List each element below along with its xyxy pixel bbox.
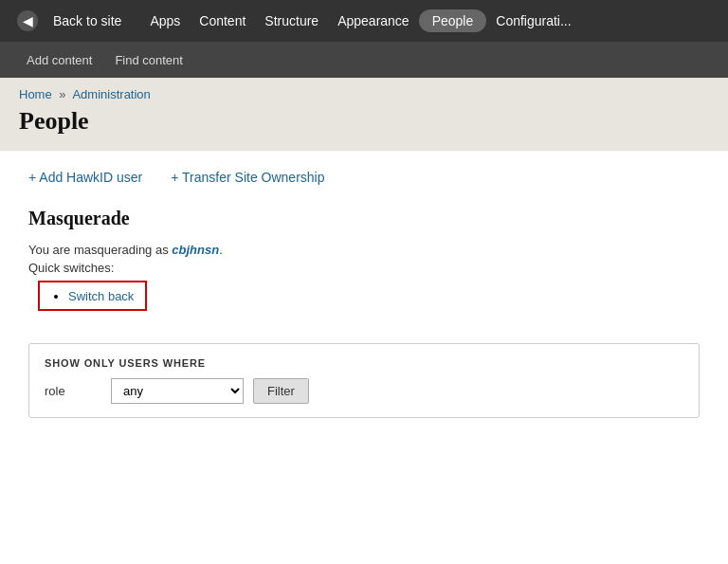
quick-switches-label: Quick switches: bbox=[28, 261, 700, 275]
breadcrumb-area: Home » Administration bbox=[0, 78, 728, 101]
action-links: + Add HawkID user + Transfer Site Owners… bbox=[28, 170, 700, 185]
back-to-site-label: Back to site bbox=[44, 13, 131, 28]
breadcrumb-administration[interactable]: Administration bbox=[72, 87, 150, 101]
filter-role-select[interactable]: any administrator editor author subscrib… bbox=[111, 378, 244, 404]
filter-role-label: role bbox=[45, 384, 101, 398]
nav-appearance[interactable]: Appearance bbox=[328, 13, 419, 28]
nav-structure[interactable]: Structure bbox=[255, 13, 328, 28]
masquerade-username: cbjhnsn bbox=[172, 243, 219, 257]
top-navigation: ◀ Back to site Apps Content Structure Ap… bbox=[0, 0, 728, 42]
main-content: + Add HawkID user + Transfer Site Owners… bbox=[0, 151, 728, 437]
add-hawkid-link[interactable]: + Add HawkID user bbox=[28, 170, 142, 185]
masquerade-info-suffix: . bbox=[219, 243, 223, 257]
filter-section: SHOW ONLY USERS WHERE role any administr… bbox=[28, 343, 700, 418]
filter-button[interactable]: Filter bbox=[253, 378, 309, 404]
filter-title: SHOW ONLY USERS WHERE bbox=[45, 357, 683, 369]
masquerade-info-prefix: You are masquerading as bbox=[28, 243, 172, 257]
nav-apps[interactable]: Apps bbox=[140, 13, 190, 28]
masquerade-info: You are masquerading as cbjhnsn. bbox=[28, 243, 700, 257]
masquerade-title: Masquerade bbox=[28, 208, 700, 229]
breadcrumb: Home » Administration bbox=[19, 87, 709, 101]
switch-back-link[interactable]: Switch back bbox=[68, 289, 134, 303]
nav-configuration[interactable]: Configurati... bbox=[486, 13, 580, 28]
secondary-navigation: Add content Find content bbox=[0, 42, 728, 78]
add-content-link[interactable]: Add content bbox=[15, 53, 103, 67]
breadcrumb-home[interactable]: Home bbox=[19, 87, 52, 101]
nav-content[interactable]: Content bbox=[190, 13, 255, 28]
switch-back-item: Switch back bbox=[68, 288, 134, 303]
masquerade-section: Masquerade You are masquerading as cbjhn… bbox=[28, 208, 700, 334]
find-content-link[interactable]: Find content bbox=[103, 53, 194, 67]
transfer-ownership-link[interactable]: + Transfer Site Ownership bbox=[171, 170, 324, 185]
nav-people[interactable]: People bbox=[419, 9, 487, 32]
page-title-area: People bbox=[0, 101, 728, 151]
switch-back-list: Switch back bbox=[51, 288, 134, 303]
page-title: People bbox=[19, 107, 709, 136]
back-arrow-icon: ◀ bbox=[17, 10, 38, 31]
breadcrumb-separator: » bbox=[59, 87, 65, 101]
back-to-site-link[interactable]: ◀ Back to site bbox=[8, 10, 140, 31]
filter-row: role any administrator editor author sub… bbox=[45, 378, 683, 404]
switch-back-container: Switch back bbox=[38, 281, 147, 311]
